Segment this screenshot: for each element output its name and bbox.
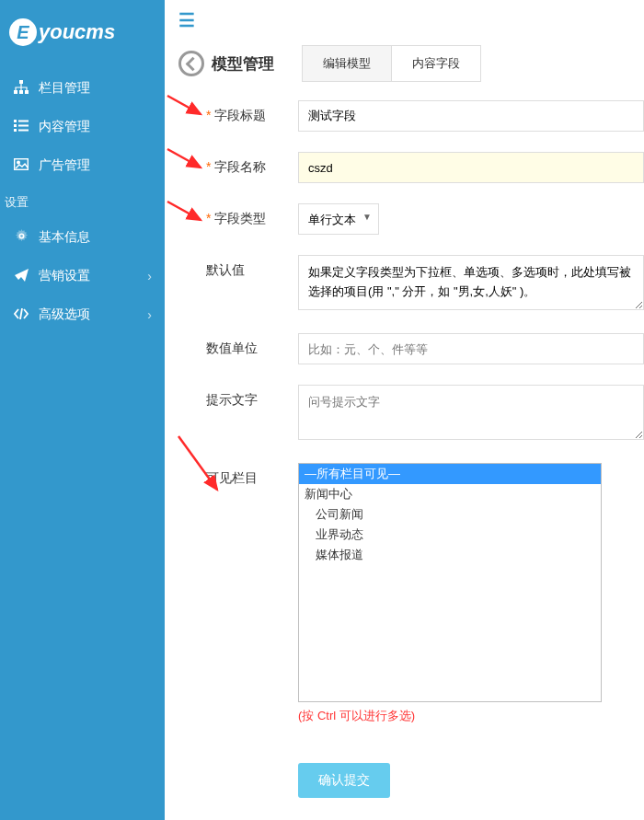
code-icon — [13, 307, 29, 322]
input-field-title[interactable] — [298, 100, 644, 132]
list-icon — [13, 120, 29, 134]
sidebar-item-label: 栏目管理 — [39, 80, 90, 97]
listbox-option-all[interactable]: —所有栏目可见— — [299, 464, 601, 484]
sidebar-item-basic[interactable]: 基本信息 — [0, 218, 165, 257]
label-field-type: *字段类型 — [178, 203, 298, 227]
row-field-name: *字段名称 — [178, 152, 644, 183]
row-unit: 数值单位 — [178, 333, 644, 364]
label-default-value: 默认值 — [178, 255, 298, 279]
svg-rect-1 — [14, 90, 17, 94]
label-visible-columns: 可见栏目 — [178, 463, 298, 487]
svg-rect-4 — [14, 120, 17, 122]
sidebar-item-marketing[interactable]: 营销设置 › — [0, 257, 165, 295]
sidebar-item-label: 广告管理 — [39, 157, 90, 174]
sidebar-item-columns[interactable]: 栏目管理 — [0, 69, 165, 108]
label-unit: 数值单位 — [178, 333, 298, 357]
listbox-option[interactable]: 媒体报道 — [299, 545, 601, 565]
label-field-name: *字段名称 — [178, 152, 298, 176]
textarea-tip[interactable] — [298, 385, 644, 440]
label-field-title: *字段标题 — [178, 100, 298, 124]
logo-text: youcms — [39, 20, 115, 44]
page-title: 模型管理 — [212, 53, 274, 75]
textarea-default-value[interactable]: 如果定义字段类型为下拉框、单选项、多选项时，此处填写被选择的项目(用 "," 分… — [298, 255, 644, 310]
send-icon — [13, 269, 29, 284]
back-button[interactable] — [178, 51, 204, 76]
image-icon — [13, 158, 29, 173]
svg-rect-7 — [18, 125, 29, 127]
sidebar: Eyoucms 栏目管理 内容管理 广告管理 设置 基本信息 营销设置 › — [0, 0, 165, 820]
input-unit[interactable] — [298, 333, 644, 364]
label-tip: 提示文字 — [178, 385, 298, 409]
sidebar-item-advanced[interactable]: 高级选项 › — [0, 295, 165, 334]
sidebar-item-label: 营销设置 — [39, 268, 90, 284]
svg-rect-8 — [14, 129, 17, 132]
svg-rect-0 — [19, 80, 23, 84]
row-field-title: *字段标题 — [178, 100, 644, 132]
input-field-name[interactable] — [298, 152, 644, 183]
logo-icon: E — [9, 18, 37, 46]
sidebar-item-label: 内容管理 — [39, 119, 90, 135]
chevron-right-icon: › — [147, 269, 152, 283]
sitemap-icon — [13, 80, 29, 97]
submit-button[interactable]: 确认提交 — [298, 763, 390, 798]
listbox-option[interactable]: 新闻中心 — [299, 484, 601, 504]
tabs: 编辑模型 内容字段 — [302, 45, 481, 82]
main-content: ☰ 模型管理 编辑模型 内容字段 *字段标题 *字段名称 *字段类型 单行文本 … — [165, 0, 644, 798]
svg-rect-6 — [14, 124, 17, 127]
row-field-type: *字段类型 单行文本 — [178, 203, 644, 235]
tab-content-field[interactable]: 内容字段 — [391, 45, 481, 82]
sidebar-section-settings: 设置 — [0, 185, 165, 218]
row-visible-columns: 可见栏目 —所有栏目可见— 新闻中心 公司新闻 业界动态 媒体报道 (按 Ctr… — [178, 463, 644, 724]
svg-rect-5 — [18, 121, 29, 122]
sidebar-item-label: 高级选项 — [39, 306, 90, 323]
sidebar-item-content[interactable]: 内容管理 — [0, 108, 165, 146]
row-default-value: 默认值 如果定义字段类型为下拉框、单选项、多选项时，此处填写被选择的项目(用 "… — [178, 255, 644, 313]
gear-icon — [13, 229, 29, 246]
tab-edit-model[interactable]: 编辑模型 — [302, 45, 392, 82]
hamburger-icon[interactable]: ☰ — [178, 9, 644, 31]
listbox-option[interactable]: 业界动态 — [299, 525, 601, 545]
sidebar-item-label: 基本信息 — [39, 229, 90, 246]
hint-ctrl-multi: (按 Ctrl 可以进行多选) — [298, 708, 644, 724]
svg-rect-9 — [18, 130, 29, 132]
sidebar-item-ads[interactable]: 广告管理 — [0, 146, 165, 185]
listbox-option[interactable]: 公司新闻 — [299, 504, 601, 525]
select-field-type[interactable]: 单行文本 — [298, 203, 379, 235]
svg-rect-3 — [25, 90, 29, 94]
chevron-right-icon: › — [147, 307, 152, 322]
svg-rect-2 — [19, 90, 23, 94]
row-tip: 提示文字 — [178, 385, 644, 443]
logo: Eyoucms — [0, 0, 165, 69]
svg-point-11 — [17, 161, 20, 164]
listbox-visible-columns[interactable]: —所有栏目可见— 新闻中心 公司新闻 业界动态 媒体报道 — [298, 463, 602, 702]
header: 模型管理 编辑模型 内容字段 — [178, 45, 644, 82]
